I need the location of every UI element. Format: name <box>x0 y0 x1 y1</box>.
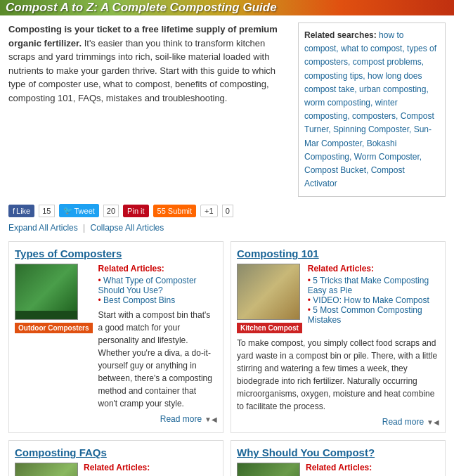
article-right-composters: Related Articles: What Type of Composter… <box>98 264 217 410</box>
article-body-101: To make compost, you simply collect food… <box>237 337 439 413</box>
article-card-types-composters: Types of Composters Outdoor Composters R… <box>8 241 223 433</box>
read-more-101[interactable]: Read more ▼◀ <box>237 417 439 427</box>
read-more-arrow-composters: ▼◀ <box>205 416 217 423</box>
related-link-1-1[interactable]: VIDEO: How to Make Compost <box>308 295 439 305</box>
read-more-arrow-101: ▼◀ <box>427 418 439 426</box>
article-title-why[interactable]: Why Should You Compost? <box>237 446 439 458</box>
faqs-image <box>15 463 78 476</box>
submit-button[interactable]: 55 Submit <box>153 205 197 217</box>
social-bar: f Like 15 🐦 Tweet 20 Pin it 55 Submit +1… <box>8 204 446 217</box>
composters-image <box>15 264 78 320</box>
collapse-all-link[interactable]: Collapse All Articles <box>91 223 164 233</box>
related-list-composters: What Type of Composter Should You Use? B… <box>98 276 217 305</box>
related-link-1-0[interactable]: 5 Tricks that Make Composting Easy as Pi… <box>308 276 439 295</box>
tweet-button[interactable]: 🐦 Tweet <box>59 204 99 217</box>
related-list-101: 5 Tricks that Make Composting Easy as Pi… <box>308 276 439 325</box>
fb-like-label: Like <box>16 207 30 215</box>
kitchen-image <box>237 264 300 320</box>
related-label-faqs: Related Articles: <box>84 463 217 472</box>
composters-image-label: Outdoor Composters <box>15 323 93 333</box>
article-right-why: Related Articles: Terracycle's Tom Szaky… <box>306 463 439 476</box>
related-searches-label: Related searches: <box>304 30 377 40</box>
fb-like-button[interactable]: f Like <box>8 205 34 217</box>
tweet-label: Tweet <box>74 207 95 215</box>
article-card-composting-101: Composting 101 Kitchen Compost Related A… <box>231 241 446 433</box>
article-right-101: Related Articles: 5 Tricks that Make Com… <box>308 264 439 333</box>
gplus-count: 0 <box>222 205 233 217</box>
article-image-wrap-faqs: Composting <box>15 463 78 476</box>
pin-button[interactable]: Pin it <box>123 205 148 217</box>
article-image-wrap-composters: Outdoor Composters <box>15 264 93 410</box>
expand-collapse-links: Expand All Articles | Collapse All Artic… <box>8 223 446 233</box>
article-title-faqs[interactable]: Composting FAQs <box>15 446 217 458</box>
article-card-faqs: Composting FAQs Composting Related Artic… <box>8 440 223 476</box>
fb-icon: f <box>13 207 15 215</box>
article-image-wrap-why: Composting <box>237 463 300 476</box>
expand-all-link[interactable]: Expand All Articles <box>8 223 78 233</box>
gplus-button[interactable]: +1 <box>200 205 218 217</box>
kitchen-image-label: Kitchen Compost <box>237 323 302 333</box>
article-title-types-composters[interactable]: Types of Composters <box>15 247 217 259</box>
gplus-label: +1 <box>205 207 214 215</box>
pin-label: Pin it <box>127 207 144 215</box>
article-title-composting-101[interactable]: Composting 101 <box>237 247 439 259</box>
article-right-faqs: Related Articles: Is Composting Stinky? … <box>84 463 217 476</box>
intro-text: Composting is your ticket to a free life… <box>8 22 290 197</box>
related-label-composters: Related Articles: <box>98 264 217 274</box>
articles-grid: Types of Composters Outdoor Composters R… <box>8 241 446 476</box>
divider: | <box>83 223 87 233</box>
tweet-count: 20 <box>103 205 119 217</box>
related-link-0-0[interactable]: What Type of Composter Should You Use? <box>98 276 217 295</box>
article-body-composters: Start with a compost bin that's a good m… <box>98 309 217 410</box>
related-searches-links[interactable]: how to compost, what to compost, types o… <box>304 30 436 188</box>
why-image <box>237 463 300 476</box>
fb-like-count: 15 <box>39 205 54 217</box>
article-card-why: Why Should You Compost? Composting Relat… <box>231 440 446 476</box>
related-link-0-1[interactable]: Best Compost Bins <box>98 295 217 305</box>
read-more-composters[interactable]: Read more ▼◀ <box>15 414 217 424</box>
read-more-label-composters: Read more <box>160 414 202 424</box>
submit-label: 55 Submit <box>157 207 193 215</box>
related-searches-box: Related searches: how to compost, what t… <box>298 22 446 197</box>
related-link-1-2[interactable]: 5 Most Common Composting Mistakes <box>308 305 439 325</box>
top-banner: Compost A to Z: A Complete Composting Gu… <box>0 0 454 15</box>
twitter-icon: 🐦 <box>63 206 73 215</box>
article-image-wrap-kitchen: Kitchen Compost <box>237 264 302 333</box>
read-more-label-101: Read more <box>382 417 424 427</box>
related-label-101: Related Articles: <box>308 264 439 274</box>
related-label-why: Related Articles: <box>306 463 439 472</box>
banner-title: Compost A to Z: A Complete Composting Gu… <box>6 1 277 15</box>
